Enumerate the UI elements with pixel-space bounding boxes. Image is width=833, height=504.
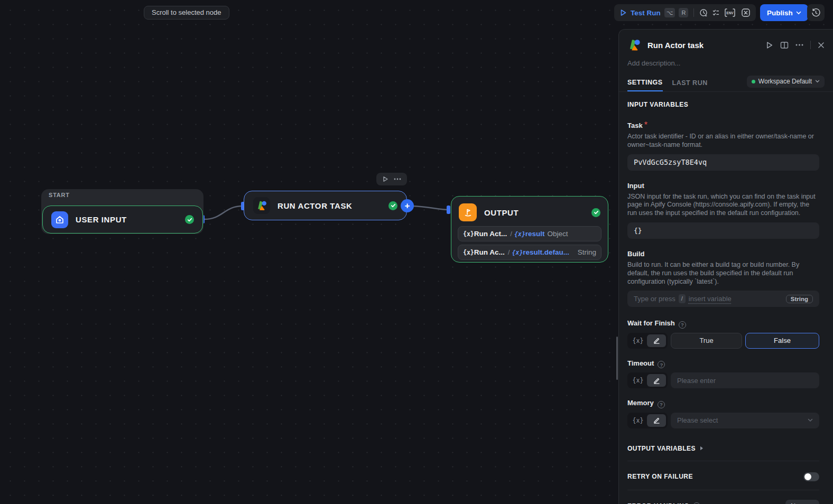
variable-name: result.defau... xyxy=(523,248,569,256)
output-variable-row[interactable]: {x}Run Ac... / {x}result.defau... String xyxy=(458,245,601,260)
input-variables-header: INPUT VARIABLES xyxy=(627,101,819,108)
home-icon xyxy=(51,211,68,228)
wait-for-finish-label: Wait for Finish xyxy=(627,319,675,327)
env-variables-icon[interactable]: ENV xyxy=(724,8,736,17)
version-history-button[interactable] xyxy=(807,4,825,21)
task-description: Actor task identifier - ID or an alias i… xyxy=(627,133,819,150)
manual-mode-button[interactable] xyxy=(647,334,666,347)
add-next-node-button[interactable]: + xyxy=(401,199,414,212)
run-actor-task-node-title: RUN ACTOR TASK xyxy=(277,201,388,210)
required-asterisk: * xyxy=(644,120,647,129)
svg-text:ENV: ENV xyxy=(726,11,734,15)
open-in-split-view-button[interactable] xyxy=(780,41,789,49)
test-run-toolbar[interactable]: Test Run ⌥ R xyxy=(614,4,726,21)
run-actor-task-success-icon xyxy=(388,201,397,210)
publish-label: Publish xyxy=(767,9,793,17)
variable-source: Run Act... xyxy=(474,230,507,238)
output-node-title: OUTPUT xyxy=(484,208,591,217)
chevron-right-icon xyxy=(700,446,704,451)
test-run-button[interactable]: Test Run xyxy=(631,9,661,17)
output-success-icon xyxy=(591,208,600,217)
timeout-label: Timeout xyxy=(627,359,654,367)
user-input-success-icon xyxy=(185,215,194,224)
memory-label: Memory xyxy=(627,399,654,407)
node-hover-toolbar[interactable] xyxy=(376,173,407,185)
header-divider xyxy=(810,41,811,49)
retry-on-failure-toggle[interactable] xyxy=(803,472,819,481)
timeout-input[interactable] xyxy=(671,372,819,388)
manual-mode-button[interactable] xyxy=(647,374,666,387)
output-input-handle xyxy=(447,206,450,214)
description-placeholder[interactable]: Add description... xyxy=(619,52,833,67)
run-step-button[interactable] xyxy=(765,41,773,49)
run-node-icon[interactable] xyxy=(382,176,388,182)
workspace-selector[interactable]: Workspace Default xyxy=(747,76,825,88)
test-run-play-icon[interactable] xyxy=(619,9,627,16)
tab-settings[interactable]: SETTINGS xyxy=(627,74,663,91)
chevron-down-icon xyxy=(815,80,820,83)
section-divider xyxy=(627,490,819,490)
scroll-to-selected-node-button[interactable]: Scroll to selected node xyxy=(144,6,229,20)
input-description: JSON input for the task run, which you c… xyxy=(627,193,819,218)
build-label: Build xyxy=(627,250,645,258)
help-icon[interactable]: ? xyxy=(658,361,665,368)
output-variables-section-toggle[interactable]: OUTPUT VARIABLES xyxy=(627,445,819,452)
memory-placeholder: Please select xyxy=(677,416,718,424)
retry-on-failure-header: RETRY ON FAILURE xyxy=(627,473,693,480)
tab-last-run[interactable]: LAST RUN xyxy=(672,74,708,91)
user-input-node[interactable]: USER INPUT xyxy=(42,206,203,234)
toolbar-divider xyxy=(693,8,694,17)
memory-select[interactable]: Please select xyxy=(671,413,819,428)
insert-variable-link[interactable]: insert variable xyxy=(689,295,732,303)
input-json-input[interactable]: {} xyxy=(627,222,819,239)
section-divider xyxy=(627,461,819,461)
build-input[interactable]: Type or press / insert variable String xyxy=(627,291,819,307)
build-placeholder: Type or press xyxy=(634,295,675,303)
variable-fx-prefix: {x} xyxy=(514,230,525,238)
output-node[interactable]: OUTPUT {x}Run Act... / {x}result Object … xyxy=(451,196,608,263)
variable-separator: / xyxy=(508,248,510,256)
panel-scrollbar[interactable] xyxy=(616,337,618,380)
wait-for-finish-mode-toggle[interactable]: {x} xyxy=(627,333,668,349)
panel-title: Run Actor task xyxy=(647,41,765,50)
node-settings-panel: Run Actor task Add description... SETTIN… xyxy=(618,29,833,504)
expression-mode-button[interactable]: {x} xyxy=(629,417,647,424)
node-more-icon[interactable] xyxy=(394,178,401,180)
memory-mode-toggle[interactable]: {x} xyxy=(627,413,668,428)
slash-key-badge: / xyxy=(679,294,686,303)
timeout-mode-toggle[interactable]: {x} xyxy=(627,372,668,388)
variables-icon[interactable] xyxy=(741,8,751,17)
variable-source: Run Ac... xyxy=(474,248,505,256)
task-label: Task xyxy=(627,122,643,129)
expression-mode-button[interactable]: {x} xyxy=(629,377,647,384)
run-actor-task-node[interactable]: RUN ACTOR TASK xyxy=(244,191,407,220)
string-type-badge: String xyxy=(786,295,813,303)
pencil-icon xyxy=(653,377,660,384)
apify-icon xyxy=(627,38,641,52)
variable-fx-prefix: {x} xyxy=(512,249,523,256)
variable-type: Object xyxy=(548,230,568,238)
expression-mode-button[interactable]: {x} xyxy=(629,337,647,344)
toggle-knob xyxy=(804,473,811,480)
pencil-icon xyxy=(653,417,660,424)
help-icon[interactable]: ? xyxy=(658,401,665,408)
publish-button[interactable]: Publish xyxy=(760,4,808,21)
help-icon[interactable]: ? xyxy=(679,321,686,329)
user-input-node-title: USER INPUT xyxy=(76,215,185,224)
close-icon[interactable] xyxy=(818,42,825,49)
task-input[interactable]: PvVdGcG5zsyT8E4vq xyxy=(627,154,819,171)
chevron-down-icon xyxy=(796,11,801,15)
workflow-tools-group[interactable]: ENV xyxy=(719,4,756,21)
wait-for-finish-false-button[interactable]: False xyxy=(745,333,819,349)
variable-fx-prefix: {x} xyxy=(463,230,474,238)
pencil-icon xyxy=(653,337,660,344)
start-group-label: START xyxy=(49,192,70,198)
scheduled-run-icon[interactable] xyxy=(699,8,708,17)
panel-more-icon[interactable] xyxy=(795,44,803,46)
variable-type: String xyxy=(578,248,596,256)
build-description: Build to run. It can be either a build t… xyxy=(627,261,819,286)
wait-for-finish-true-button[interactable]: True xyxy=(671,333,742,349)
output-variable-row[interactable]: {x}Run Act... / {x}result Object xyxy=(458,226,601,241)
manual-mode-button[interactable] xyxy=(647,414,666,427)
error-handling-select[interactable]: None xyxy=(785,500,819,504)
